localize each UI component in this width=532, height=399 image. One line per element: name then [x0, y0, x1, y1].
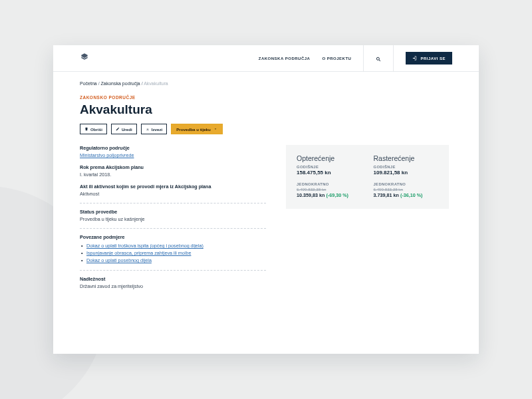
annual-label: GODIŠNJE — [374, 165, 439, 169]
relief-onetime-new: 3.739,81 kn (-36,10 %) — [374, 192, 439, 198]
login-icon — [412, 56, 417, 61]
svg-line-1 — [379, 60, 380, 61]
page-title: Akvakultura — [80, 102, 452, 117]
breadcrumb: Početna / Zakonska područja / Akvakultur… — [80, 81, 452, 86]
login-button[interactable]: PRIJAVI SE — [406, 52, 452, 65]
jurisdiction-value: Državni zavod za mjeriteljstvo — [80, 283, 266, 289]
burden-onetime-old: 6.499.833,38 kn — [297, 187, 362, 192]
deadline-value: I. kvartal 2018. — [80, 172, 266, 178]
act-value: Aktivnost — [80, 191, 266, 197]
search-icon[interactable] — [376, 53, 381, 65]
export-label: Izvezi — [152, 127, 163, 132]
svg-point-0 — [377, 57, 380, 60]
relief-onetime-old: 6.499.833,38 kn — [374, 187, 439, 192]
login-label: PRIJAVI SE — [420, 57, 446, 61]
edit-label: Uredi — [122, 127, 132, 132]
logo-icon — [80, 53, 89, 65]
breadcrumb-current: Akvakultura — [144, 81, 168, 86]
act-label: Akt ili aktivnost kojim se provodi mjera… — [80, 184, 266, 190]
divider — [80, 228, 266, 229]
download-icon — [146, 127, 150, 131]
regulatory-link[interactable]: Ministarstvo poljoprivrede — [80, 152, 134, 158]
deadline-label: Rok prema Akcijskom planu — [80, 164, 266, 170]
regulatory-label: Regulatorno područje — [80, 145, 266, 151]
edit-button[interactable]: Uredi — [111, 124, 137, 134]
onetime-label: JEDNOKRATNO — [374, 182, 439, 186]
chevron-down-icon — [213, 127, 217, 131]
export-button[interactable]: Izvezi — [141, 124, 168, 134]
breadcrumb-parent[interactable]: Zakonska područja — [101, 81, 140, 86]
body: Početna / Zakonska područja / Akvakultur… — [53, 72, 479, 354]
burden-title: Opterećenje — [297, 154, 362, 162]
delete-button[interactable]: Obriši — [80, 124, 107, 134]
nav-link-about[interactable]: O PROJEKTU — [322, 57, 351, 61]
divider — [80, 270, 266, 271]
burden-annual-value: 158.475,55 kn — [297, 170, 362, 176]
list-item: Dokaz o uplati troškova ispita (općeg i … — [80, 242, 266, 249]
onetime-label: JEDNOKRATNO — [297, 182, 362, 186]
app-card: ZAKONSKA PODRUČJA O PROJEKTU PRIJAVI SE … — [53, 45, 479, 354]
nav-divider — [393, 45, 394, 72]
header: ZAKONSKA PODRUČJA O PROJEKTU PRIJAVI SE — [53, 45, 479, 72]
delete-label: Obriši — [90, 127, 102, 132]
list-item: Ispunjavanje obrasca, priprema zahtjeva … — [80, 249, 266, 257]
action-bar: Obriši Uredi Izvezi Provedba u tijeku — [80, 124, 452, 134]
breadcrumb-home[interactable]: Početna — [80, 81, 97, 86]
details-column: Regulatorno područje Ministarstvo poljop… — [80, 145, 266, 295]
nav-link-areas[interactable]: ZAKONSKA PODRUČJA — [259, 57, 311, 61]
related-label: Povezane podmjere — [80, 234, 266, 240]
category-label: ZAKONSKO PODRUČJE — [80, 95, 452, 100]
burden-onetime-new: 10.359,83 kn (-69,30 %) — [297, 192, 362, 198]
status-dropdown[interactable]: Provedba u tijeku — [171, 124, 223, 134]
jurisdiction-label: Nadležnost — [80, 276, 266, 282]
status-field-value: Provedba u tijeku uz kašnjenje — [80, 216, 266, 222]
pencil-icon — [116, 127, 120, 131]
annual-label: GODIŠNJE — [297, 165, 362, 169]
list-item: Dokaz o uplati posebnog dijela — [80, 257, 266, 264]
trash-icon — [84, 127, 88, 131]
status-label: Provedba u tijeku — [176, 127, 211, 132]
metrics-panel: Opterećenje GODIŠNJE 158.475,55 kn Raste… — [286, 145, 449, 209]
nav-divider — [363, 45, 364, 72]
relief-annual-value: 109.821,58 kn — [374, 170, 439, 176]
related-list: Dokaz o uplati troškova ispita (općeg i … — [80, 242, 266, 264]
status-field-label: Status provedbe — [80, 209, 266, 215]
relief-title: Rasterećenje — [374, 154, 439, 162]
divider — [80, 203, 266, 203]
